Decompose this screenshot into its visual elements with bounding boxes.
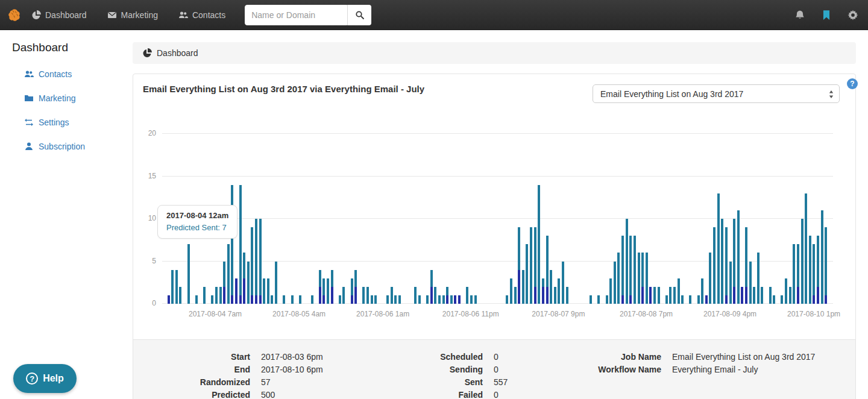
chart-bar[interactable] bbox=[203, 287, 206, 304]
chart-bar[interactable] bbox=[434, 287, 436, 304]
chart-bar[interactable] bbox=[797, 244, 799, 304]
chart-bar[interactable] bbox=[793, 244, 795, 304]
chart-bar[interactable] bbox=[171, 270, 174, 304]
sidebar-item-subscription[interactable]: Subscription bbox=[24, 142, 85, 151]
chart-bar[interactable] bbox=[331, 270, 333, 304]
chart-bar[interactable] bbox=[168, 295, 170, 304]
chart-bar[interactable] bbox=[634, 236, 636, 304]
chart-bar[interactable] bbox=[259, 219, 262, 304]
chart-bar[interactable] bbox=[629, 236, 632, 304]
chart-bar[interactable] bbox=[649, 287, 652, 304]
chart-bar[interactable] bbox=[721, 219, 723, 304]
job-select[interactable]: Email Everything List on Aug 3rd 2017 bbox=[593, 84, 840, 103]
sidebar-item-marketing[interactable]: Marketing bbox=[24, 93, 85, 103]
chart-bar[interactable] bbox=[609, 278, 612, 304]
chart-bar[interactable] bbox=[733, 219, 735, 304]
chart-bar[interactable] bbox=[231, 185, 233, 304]
chart-bar[interactable] bbox=[430, 270, 433, 304]
chart-bar[interactable] bbox=[327, 278, 329, 304]
chart-bar[interactable] bbox=[247, 262, 250, 304]
sidebar-item-settings[interactable]: Settings bbox=[24, 118, 85, 127]
chart-bar[interactable] bbox=[681, 295, 684, 304]
chart-bar[interactable] bbox=[342, 287, 345, 304]
chart-bar[interactable] bbox=[211, 295, 213, 304]
chart-bar[interactable] bbox=[614, 262, 616, 304]
bell-icon[interactable] bbox=[794, 10, 805, 20]
chart-bar[interactable] bbox=[283, 295, 285, 304]
chart-bar[interactable] bbox=[809, 236, 811, 304]
chart-bar[interactable] bbox=[446, 287, 448, 304]
chart-bar[interactable] bbox=[546, 236, 549, 304]
chart-bar[interactable] bbox=[351, 278, 353, 304]
chart-bar[interactable] bbox=[705, 295, 708, 304]
brand-logo[interactable] bbox=[6, 7, 23, 23]
chart-bar[interactable] bbox=[813, 244, 815, 304]
chart-bar[interactable] bbox=[391, 287, 393, 304]
chart-bar[interactable] bbox=[219, 287, 222, 304]
chart-bar[interactable] bbox=[179, 287, 181, 304]
chart-bar[interactable] bbox=[697, 295, 700, 304]
chart-bar[interactable] bbox=[398, 295, 401, 304]
chart-bar[interactable] bbox=[362, 287, 365, 304]
chart-bar[interactable] bbox=[271, 295, 273, 304]
chart-bar[interactable] bbox=[223, 262, 225, 304]
chart-bar[interactable] bbox=[450, 295, 453, 304]
chart-bar[interactable] bbox=[255, 219, 257, 304]
chart-bar[interactable] bbox=[817, 236, 819, 304]
chart-bar[interactable] bbox=[339, 295, 341, 304]
chart-bar[interactable] bbox=[195, 295, 198, 304]
chart-bar[interactable] bbox=[626, 219, 628, 304]
chart-bar[interactable] bbox=[621, 236, 624, 304]
chart-bar[interactable] bbox=[757, 253, 760, 304]
chart-bar[interactable] bbox=[251, 227, 253, 304]
chart-bar[interactable] bbox=[713, 227, 715, 304]
chart-bar[interactable] bbox=[737, 210, 740, 304]
chart-bar[interactable] bbox=[354, 270, 357, 304]
chart-bar[interactable] bbox=[638, 253, 640, 304]
chart-bar[interactable] bbox=[646, 253, 648, 304]
chart-bar[interactable] bbox=[514, 287, 517, 304]
chart-bar[interactable] bbox=[474, 295, 477, 304]
chart-bar[interactable] bbox=[673, 287, 676, 304]
chart-bar[interactable] bbox=[175, 270, 178, 304]
chart-bar[interactable] bbox=[187, 244, 190, 304]
chart-bar[interactable] bbox=[319, 270, 321, 304]
chart-bar[interactable] bbox=[825, 227, 827, 304]
chart-bar[interactable] bbox=[781, 295, 783, 304]
chart-bar[interactable] bbox=[669, 287, 671, 304]
chart-bar[interactable] bbox=[291, 295, 294, 304]
chart-bar[interactable] bbox=[590, 295, 592, 304]
chart-bar[interactable] bbox=[311, 295, 313, 304]
chart-bar[interactable] bbox=[566, 287, 568, 304]
chart-bar[interactable] bbox=[442, 295, 445, 304]
bookmark-icon[interactable] bbox=[821, 10, 832, 20]
chart-bar[interactable] bbox=[717, 193, 720, 304]
chart-bar[interactable] bbox=[267, 278, 269, 304]
sidebar-item-contacts[interactable]: Contacts bbox=[24, 69, 85, 79]
chart-bar[interactable] bbox=[534, 227, 536, 304]
chart-bar[interactable] bbox=[745, 227, 747, 304]
chart-bar[interactable] bbox=[785, 278, 787, 304]
chart-bar[interactable] bbox=[789, 287, 791, 304]
search-button[interactable] bbox=[347, 5, 371, 25]
chart-bar[interactable] bbox=[729, 262, 732, 304]
chart-bar[interactable] bbox=[530, 227, 532, 304]
chart-bar[interactable] bbox=[506, 295, 508, 304]
chart-bar[interactable] bbox=[538, 185, 540, 304]
chart-bar[interactable] bbox=[470, 295, 473, 304]
nav-item-contacts[interactable]: Contacts bbox=[178, 10, 225, 20]
chart-bar[interactable] bbox=[678, 278, 680, 304]
chart-bar[interactable] bbox=[227, 244, 230, 304]
chart-bar[interactable] bbox=[773, 295, 775, 304]
chart-bar[interactable] bbox=[235, 278, 237, 304]
chart-bar[interactable] bbox=[701, 278, 703, 304]
chart-bar[interactable] bbox=[263, 278, 265, 304]
search-input[interactable] bbox=[245, 5, 347, 25]
chart-bar[interactable] bbox=[665, 295, 668, 304]
chart-bar[interactable] bbox=[275, 262, 277, 304]
chart-bar[interactable] bbox=[617, 253, 620, 304]
chart-bar[interactable] bbox=[243, 253, 245, 304]
chart-bar[interactable] bbox=[709, 253, 711, 304]
chart-bar[interactable] bbox=[554, 287, 556, 304]
chart-bar[interactable] bbox=[689, 295, 691, 304]
